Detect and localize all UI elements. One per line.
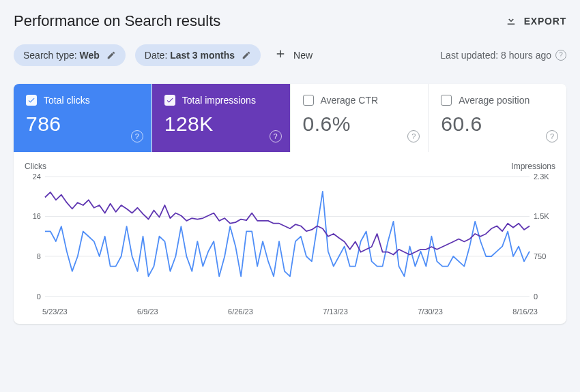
help-icon[interactable]: ? <box>546 130 558 142</box>
download-icon <box>505 14 517 29</box>
help-icon[interactable]: ? <box>270 130 282 142</box>
add-filter-button[interactable]: New <box>270 42 317 67</box>
svg-text:24: 24 <box>33 174 41 181</box>
metric-tiles: Total clicks 786 ? Total impressions 128… <box>14 84 566 152</box>
filter-bar: Search type: Web Date: Last 3 months New… <box>14 42 566 67</box>
metric-tile-ctr[interactable]: Average CTR 0.6% ? <box>291 84 429 152</box>
export-button[interactable]: EXPORT <box>505 14 566 29</box>
svg-text:0: 0 <box>37 292 41 301</box>
export-label: EXPORT <box>524 16 566 27</box>
checkbox-on-icon <box>164 95 175 106</box>
x-axis: 5/23/236/9/236/26/237/13/237/30/238/16/2… <box>25 303 555 318</box>
metric-tile-position[interactable]: Average position 60.6 ? <box>429 84 566 152</box>
svg-text:8: 8 <box>37 252 41 260</box>
metric-tile-clicks[interactable]: Total clicks 786 ? <box>14 84 152 152</box>
help-icon[interactable]: ? <box>555 50 566 61</box>
plus-icon <box>274 48 287 62</box>
x-tick: 5/23/23 <box>42 307 68 316</box>
svg-text:16: 16 <box>33 212 41 220</box>
chart-area: Clicks Impressions 008750161.5K242.3K 5/… <box>14 152 566 324</box>
metric-value: 0.6% <box>303 112 418 136</box>
help-icon[interactable]: ? <box>407 130 420 142</box>
help-icon[interactable]: ? <box>131 130 143 142</box>
pencil-icon <box>242 50 251 60</box>
filter-search-type[interactable]: Search type: Web <box>14 44 126 66</box>
metric-label: Total clicks <box>44 95 90 106</box>
right-axis-title: Impressions <box>511 162 555 171</box>
checkbox-on-icon <box>26 95 37 106</box>
x-tick: 6/26/23 <box>228 307 253 316</box>
x-tick: 6/9/23 <box>137 307 158 316</box>
svg-text:1.5K: 1.5K <box>534 212 549 220</box>
x-tick: 7/30/23 <box>418 307 443 316</box>
svg-text:750: 750 <box>534 252 546 260</box>
svg-text:2.3K: 2.3K <box>534 174 549 181</box>
last-updated: Last updated: 8 hours ago ? <box>440 50 566 61</box>
pencil-icon <box>106 50 116 60</box>
checkbox-off-icon <box>441 95 452 106</box>
metric-value: 786 <box>26 112 141 136</box>
metric-label: Average CTR <box>321 95 379 106</box>
x-tick: 8/16/23 <box>512 307 538 316</box>
chart-plot[interactable]: 008750161.5K242.3K <box>25 174 555 303</box>
left-axis-title: Clicks <box>25 162 46 171</box>
filter-date[interactable]: Date: Last 3 months <box>135 44 261 66</box>
svg-text:0: 0 <box>534 292 538 301</box>
metric-value: 128K <box>164 112 279 136</box>
new-label: New <box>293 50 313 61</box>
checkbox-off-icon <box>303 95 314 106</box>
metric-value: 60.6 <box>441 112 555 136</box>
page-title: Performance on Search results <box>14 12 220 30</box>
metric-tile-impressions[interactable]: Total impressions 128K ? <box>152 84 291 152</box>
performance-card: Total clicks 786 ? Total impressions 128… <box>14 84 566 324</box>
metric-label: Total impressions <box>182 95 256 106</box>
x-tick: 7/13/23 <box>323 307 348 316</box>
metric-label: Average position <box>459 95 530 106</box>
